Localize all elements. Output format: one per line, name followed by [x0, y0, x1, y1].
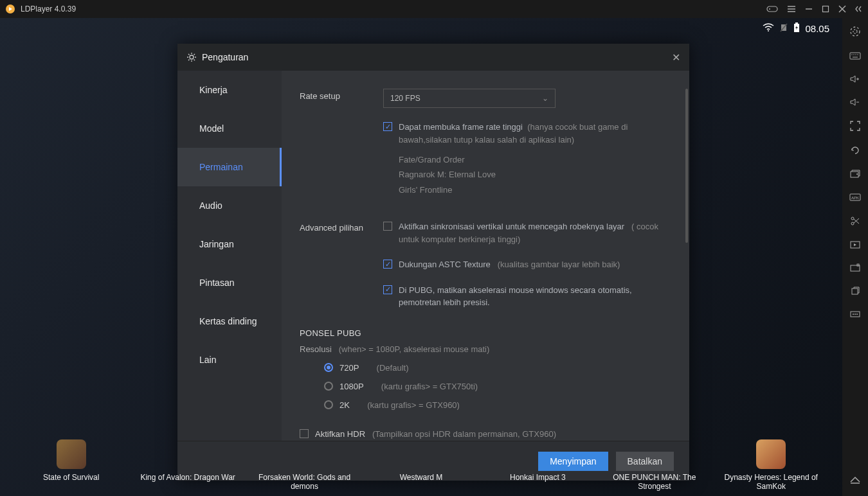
hdr-checkbox[interactable]	[300, 429, 309, 438]
app-icon	[756, 439, 786, 469]
svg-point-11	[768, 30, 769, 31]
app-label: State of Survival	[23, 473, 120, 482]
svg-rect-15	[795, 22, 798, 24]
svg-line-35	[854, 219, 859, 224]
svg-line-36	[854, 218, 859, 223]
app-dock: State of Survival King of Avalon: Dragon…	[0, 439, 842, 491]
tab-kinerja[interactable]: Kinerja	[177, 71, 282, 109]
android-statusbar: 08.05	[763, 18, 829, 39]
copy-icon[interactable]	[850, 287, 860, 297]
svg-point-23	[857, 54, 858, 55]
high-frame-text: Dapat membuka frame rate tinggi (hanya c…	[399, 121, 671, 146]
svg-point-21	[853, 54, 854, 55]
svg-point-42	[853, 314, 854, 315]
tab-permainan[interactable]: Permainan	[177, 148, 282, 186]
more-icon[interactable]	[850, 311, 860, 317]
volume-up-icon[interactable]	[849, 75, 861, 84]
svg-point-33	[851, 217, 854, 220]
resolution-720p[interactable]: 720P (Default)	[324, 363, 671, 373]
chevron-down-icon: ⌄	[542, 94, 548, 103]
settings-content: Rate setup 120 FPS ⌄	[282, 71, 689, 441]
svg-point-17	[853, 30, 857, 33]
desktop: 08.05 Pengaturan ✕ Kinerja Model Permain…	[0, 18, 842, 496]
app-title: LDPlayer 4.0.39	[21, 4, 76, 13]
svg-point-18	[851, 27, 860, 36]
right-toolbar: APK	[842, 18, 868, 496]
scrollbar-thumb[interactable]	[685, 89, 688, 243]
dock-app[interactable]: State of Survival	[23, 439, 120, 491]
screenshot-icon[interactable]	[850, 263, 860, 272]
hdr-text: Aktifkan HDR (Tampilkan opsi HDR dalam p…	[315, 428, 556, 441]
svg-point-16	[190, 55, 194, 59]
app-logo	[5, 4, 15, 14]
menu-icon[interactable]	[787, 4, 796, 13]
resolution-row: Resolusi (when> = 1080P, akselerasi mous…	[300, 344, 671, 354]
modal-header: Pengaturan ✕	[177, 44, 689, 71]
pubg-mouse-checkbox[interactable]	[383, 285, 392, 294]
vsync-checkbox[interactable]	[383, 222, 392, 231]
dock-app[interactable]: Dynasty Heroes: Legend of SamKok	[723, 439, 819, 491]
rate-setup-select[interactable]: 120 FPS ⌄	[383, 89, 556, 108]
tab-audio[interactable]: Audio	[177, 186, 282, 225]
app-label: Dynasty Heroes: Legend of SamKok	[723, 473, 819, 491]
svg-rect-40	[852, 288, 858, 294]
maximize-icon[interactable]	[822, 5, 829, 13]
app-label: ONE PUNCH MAN: The Strongest	[606, 473, 703, 491]
settings-gear-icon[interactable]	[849, 26, 861, 37]
tab-pintasan[interactable]: Pintasan	[177, 263, 282, 302]
volume-down-icon[interactable]	[849, 98, 861, 107]
rate-setup-value: 120 FPS	[390, 94, 420, 103]
no-sim-icon	[779, 23, 788, 34]
app-label: Honkai Impact 3	[489, 473, 586, 482]
modal-title: Pengaturan	[202, 52, 248, 62]
tab-lain[interactable]: Lain	[177, 341, 282, 379]
dock-app[interactable]: Honkai Impact 3	[489, 439, 586, 491]
modal-close-button[interactable]: ✕	[672, 51, 680, 64]
pubg-section-header: PONSEL PUBG	[300, 328, 671, 338]
pubg-mouse-text: Di PUBG, matikan akselerasi mouse window…	[399, 284, 671, 309]
clock-text: 08.05	[805, 23, 829, 34]
high-frame-checkbox[interactable]	[383, 122, 392, 131]
dock-app[interactable]: ONE PUNCH MAN: The Strongest	[606, 439, 703, 491]
record-icon[interactable]	[850, 240, 860, 249]
minimize-icon[interactable]	[805, 5, 813, 13]
fullscreen-icon[interactable]	[850, 121, 860, 131]
app-label: King of Avalon: Dragon War	[140, 473, 236, 482]
astc-text: Dukungan ASTC Texture (kualitas gambar l…	[399, 258, 620, 271]
scissors-icon[interactable]	[850, 216, 860, 226]
app-icon	[57, 439, 86, 469]
svg-text:APK: APK	[851, 196, 859, 200]
svg-point-20	[851, 54, 852, 55]
dock-app[interactable]: Westward M	[373, 439, 469, 491]
sync-icon[interactable]	[850, 145, 860, 155]
astc-checkbox[interactable]	[383, 260, 392, 269]
back-icon[interactable]	[849, 475, 861, 484]
svg-point-22	[855, 54, 856, 55]
dock-app[interactable]: Forsaken World: Gods and demons	[257, 439, 353, 491]
svg-rect-19	[850, 53, 860, 59]
tab-jaringan[interactable]: Jaringan	[177, 225, 282, 263]
multi-instance-icon[interactable]	[850, 170, 860, 179]
radio-icon	[324, 382, 333, 391]
svg-point-44	[856, 314, 858, 315]
radio-icon	[324, 400, 333, 409]
collapse-icon[interactable]	[855, 5, 863, 13]
battery-icon	[793, 22, 800, 35]
tab-kertas-dinding[interactable]: Kertas dinding	[177, 302, 282, 341]
svg-rect-8	[823, 6, 829, 12]
high-frame-games: Fate/Grand Order Ragnarok M: Eternal Lov…	[399, 152, 671, 197]
apk-icon[interactable]: APK	[849, 193, 861, 202]
close-icon[interactable]	[838, 5, 846, 13]
resolution-2k[interactable]: 2K (kartu grafis> = GTX960)	[324, 400, 671, 410]
keyboard-icon[interactable]	[849, 51, 861, 60]
tab-model[interactable]: Model	[177, 109, 282, 148]
gear-icon	[186, 52, 197, 62]
resolution-1080p[interactable]: 1080P (kartu grafis> = GTX750ti)	[324, 382, 671, 391]
titlebar: LDPlayer 4.0.39	[0, 0, 868, 18]
rate-setup-label: Rate setup	[300, 89, 383, 108]
dock-app[interactable]: King of Avalon: Dragon War	[140, 439, 236, 491]
app-label: Westward M	[373, 473, 469, 482]
gamepad-icon[interactable]	[766, 4, 778, 13]
svg-point-34	[851, 222, 854, 225]
settings-modal: Pengaturan ✕ Kinerja Model Permainan Aud…	[177, 44, 689, 481]
